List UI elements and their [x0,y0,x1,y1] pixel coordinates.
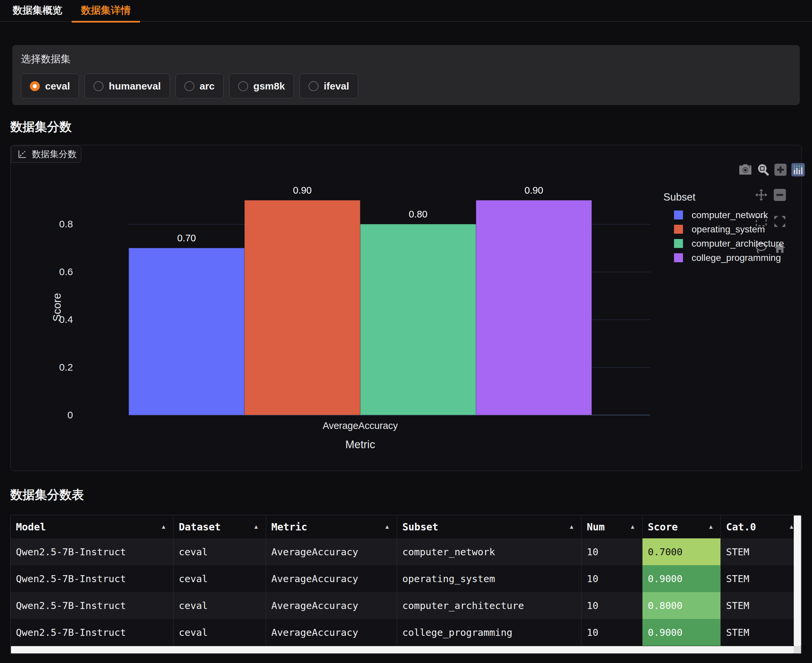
y-axis-title: Score [51,274,63,340]
table-row: Qwen2.5-7B-InstructcevalAverageAccuracyc… [11,592,801,619]
legend-item-operating_system[interactable]: operating_system [663,222,784,236]
scatter-chart-icon [17,149,27,159]
scrollbar-corner [794,646,801,653]
bar-value-label: 0.70 [129,233,245,244]
bar-computer_architecture [360,224,476,415]
column-label: Num [587,521,605,533]
legend-swatch-icon [674,225,683,234]
radio-option-gsm8k[interactable]: gsm8k [229,74,294,99]
radio-selected-icon [30,81,40,91]
chart-section-title: 数据集分数 [10,119,72,135]
bar-value-label: 0.90 [476,185,592,196]
sort-asc-icon: ▲ [384,524,390,530]
radio-option-label: arc [200,81,215,92]
table-cell-subset: computer_architecture [397,592,582,619]
dataset-selector-label: 选择数据集 [21,52,71,66]
table-cell-cat-0: STEM [721,538,801,565]
table-row: Qwen2.5-7B-InstructcevalAverageAccuracyc… [11,619,801,646]
x-axis-title: Metric [310,438,410,451]
table-header-cat-0[interactable]: Cat.0▲ [721,515,801,538]
score-table: Model▲Dataset▲Metric▲Subset▲Num▲Score▲Ca… [10,515,802,654]
sort-asc-icon: ▲ [160,524,167,530]
sort-asc-icon: ▲ [569,524,574,530]
table-cell-metric: AverageAccuracy [266,538,397,565]
legend-item-label: operating_system [692,224,765,235]
table-cell-model: Qwen2.5-7B-Instruct [11,619,173,646]
table-cell-model: Qwen2.5-7B-Instruct [11,592,173,619]
bar-computer_network [129,248,245,415]
table-header-subset[interactable]: Subset▲ [397,515,582,538]
radio-option-ceval[interactable]: ceval [21,74,79,99]
table-cell-subset: college_programming [397,619,582,646]
table-header-num[interactable]: Num▲ [582,515,642,538]
table-cell-score: 0.9000 [642,565,721,592]
table-cell-cat-0: STEM [721,565,801,592]
radio-dot [33,84,37,88]
chart-card: 数据集分数 Sco [10,145,802,471]
y-tick-label: 0 [30,409,73,421]
table-header-dataset[interactable]: Dataset▲ [173,515,266,538]
table-section-title: 数据集分数表 [10,487,84,503]
radio-unselected-icon [94,81,104,91]
radio-option-arc[interactable]: arc [175,74,224,99]
column-label: Dataset [179,521,220,533]
bar-college_programming [476,200,592,415]
column-label: Subset [402,521,438,533]
radio-option-label: ifeval [324,81,349,92]
camera-icon[interactable] [738,162,753,177]
table-cell-num: 10 [582,619,642,646]
table-header-row: Model▲Dataset▲Metric▲Subset▲Num▲Score▲Ca… [11,515,801,538]
dataset-options: cevalhumanevalarcgsm8kifeval [21,74,358,99]
vertical-scrollbar[interactable] [794,516,801,646]
legend-title: Subset [663,191,784,203]
table-cell-model: Qwen2.5-7B-Instruct [11,565,173,592]
chart-chip-label: 数据集分数 [32,148,77,160]
bar-operating_system [245,200,360,415]
legend-item-label: computer_network [692,210,768,220]
sort-asc-icon: ▲ [630,524,635,530]
legend-item-computer_network[interactable]: computer_network [663,208,784,222]
table-cell-dataset: ceval [173,592,266,619]
table-header-score[interactable]: Score▲ [642,515,721,538]
table-cell-model: Qwen2.5-7B-Instruct [11,538,173,565]
zoom-box-icon[interactable] [755,162,770,177]
tab-dataset-overview[interactable]: 数据集概览 [3,0,72,21]
radio-option-ifeval[interactable]: ifeval [300,74,358,99]
table-cell-subset: operating_system [397,565,582,592]
table-body: Qwen2.5-7B-InstructcevalAverageAccuracyc… [11,538,801,646]
table-row: Qwen2.5-7B-InstructcevalAverageAccuracyc… [11,538,801,565]
dataset-selector-panel: 选择数据集 cevalhumanevalarcgsm8kifeval [12,45,800,105]
radio-unselected-icon [308,81,318,91]
table-cell-dataset: ceval [173,619,266,646]
plotly-logo-icon[interactable] [791,162,806,177]
radio-option-humaneval[interactable]: humaneval [84,74,170,99]
table-cell-cat-0: STEM [721,619,801,646]
table-cell-num: 10 [582,592,642,619]
tab-dataset-details[interactable]: 数据集详情 [72,0,140,23]
table-cell-cat-0: STEM [721,592,801,619]
table-cell-subset: computer_network [397,538,582,565]
legend-swatch-icon [674,239,683,248]
legend-item-college_programming[interactable]: college_programming [663,251,784,265]
sort-asc-icon: ▲ [708,524,714,530]
legend-swatch-icon [674,253,683,262]
radio-option-label: gsm8k [253,81,285,92]
sort-asc-icon: ▲ [253,524,259,530]
page: 数据集概览 数据集详情 选择数据集 cevalhumanevalarcgsm8k… [0,0,812,663]
table-cell-dataset: ceval [173,538,266,565]
radio-unselected-icon [238,81,248,91]
column-label: Metric [271,521,307,533]
table-header-metric[interactable]: Metric▲ [266,515,397,538]
column-label: Model [16,521,46,533]
y-tick-label: 0.2 [30,361,73,373]
table-row: Qwen2.5-7B-InstructcevalAverageAccuracyo… [11,565,801,592]
zoom-in-icon[interactable] [773,162,788,177]
legend-swatch-icon [674,210,683,220]
horizontal-scrollbar[interactable] [11,646,794,653]
table-cell-score: 0.7000 [642,538,721,565]
table-cell-metric: AverageAccuracy [266,592,397,619]
bar-value-label: 0.90 [245,185,360,196]
legend-item-computer_architecture[interactable]: computer_architecture [663,236,784,251]
legend-item-label: college_programming [692,252,781,263]
table-header-model[interactable]: Model▲ [11,515,173,538]
